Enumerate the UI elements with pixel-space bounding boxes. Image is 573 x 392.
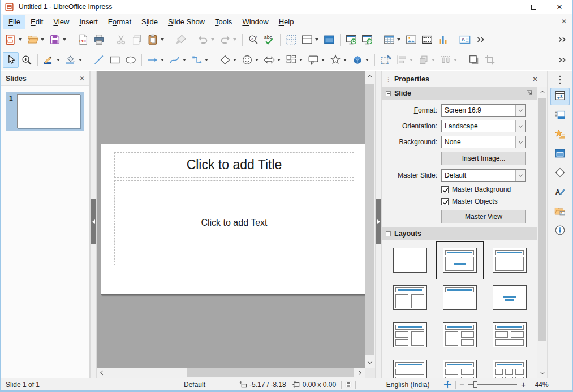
background-select[interactable]: None <box>441 136 526 148</box>
overflow-button[interactable] <box>554 32 570 48</box>
dropdown-arrow-icon[interactable] <box>210 32 216 47</box>
shadow-button[interactable] <box>466 52 482 68</box>
menu-slide-show[interactable]: Slide Show <box>163 15 210 29</box>
properties-scroll-down-arrow[interactable] <box>537 368 548 378</box>
undo-button[interactable] <box>195 32 217 48</box>
properties-close-icon[interactable]: ✕ <box>532 75 538 83</box>
collapse-slide-section-button[interactable] <box>386 91 391 96</box>
slide-thumbnail-selected[interactable]: 1 <box>6 92 84 131</box>
flowchart-button[interactable] <box>283 52 305 68</box>
dropdown-arrow-icon[interactable] <box>320 53 326 67</box>
basic-shapes-button[interactable] <box>217 52 239 68</box>
dropdown-arrow-icon[interactable] <box>430 53 436 67</box>
overflow-button[interactable] <box>554 52 570 68</box>
menu-window[interactable]: Window <box>237 15 273 29</box>
scroll-down-arrow[interactable] <box>365 357 375 368</box>
dropdown-arrow-icon[interactable] <box>18 32 23 47</box>
clone-formatting-button[interactable] <box>173 32 189 48</box>
dropdown-arrow-icon[interactable] <box>62 32 67 47</box>
rotate-button[interactable] <box>378 52 394 68</box>
dropdown-arrow-icon[interactable] <box>40 32 45 47</box>
overflow-button[interactable] <box>473 32 489 48</box>
layout-option-title-content-and-2-content[interactable] <box>435 321 485 348</box>
insert-line-button[interactable] <box>91 52 107 68</box>
format-select[interactable]: Screen 16:9 <box>441 104 526 117</box>
sidebar-tab-properties[interactable] <box>550 88 570 105</box>
canvas-vertical-scrollbar[interactable] <box>365 71 375 368</box>
start-current-slide-button[interactable] <box>359 32 375 48</box>
line-color-button[interactable] <box>41 52 63 68</box>
layout-option-blank-slide[interactable] <box>385 247 435 273</box>
zoom-slider-thumb[interactable] <box>473 381 477 388</box>
format-dropdown-icon[interactable] <box>515 105 525 116</box>
dropdown-arrow-icon[interactable] <box>160 32 165 47</box>
master-view-button[interactable]: Master View <box>441 210 526 223</box>
slide-editing-area[interactable]: Click to add Title Click to add Text <box>101 144 367 295</box>
rectangle-button[interactable] <box>107 52 123 68</box>
master-slide-dropdown-icon[interactable] <box>515 170 525 181</box>
menu-tools[interactable]: Tools <box>210 15 237 29</box>
dropdown-arrow-icon[interactable] <box>77 53 83 67</box>
dropdown-arrow-icon[interactable] <box>232 53 238 67</box>
sidebar-tab-styles[interactable]: A <box>550 184 570 201</box>
menu-help[interactable]: Help <box>274 15 299 29</box>
dropdown-arrow-icon[interactable] <box>232 32 238 47</box>
close-button[interactable]: ✕ <box>546 0 572 14</box>
scroll-right-arrow[interactable] <box>355 368 365 378</box>
layout-option-title-4-content[interactable] <box>435 359 485 378</box>
dropdown-arrow-icon[interactable] <box>314 32 320 47</box>
hide-left-panel-handle[interactable] <box>91 199 96 244</box>
insert-image-button[interactable] <box>403 32 419 48</box>
ellipse-button[interactable] <box>123 52 139 68</box>
insert-chart-button[interactable] <box>435 32 451 48</box>
connectors-button[interactable] <box>189 52 211 68</box>
copy-button[interactable] <box>129 32 145 48</box>
horizontal-scroll-thumb[interactable] <box>187 368 354 377</box>
dropdown-arrow-icon[interactable] <box>204 53 209 67</box>
distribute-button[interactable] <box>438 52 460 68</box>
layout-option-title-content-over-content[interactable] <box>385 359 435 378</box>
sidebar-tab-shapes[interactable] <box>550 165 570 182</box>
layout-option-title-6-content[interactable] <box>485 359 535 378</box>
layout-option-title-only[interactable] <box>435 284 485 311</box>
export-pdf-button[interactable]: PDF <box>75 32 91 48</box>
symbol-shapes-button[interactable] <box>239 52 261 68</box>
orientation-dropdown-icon[interactable] <box>515 120 525 132</box>
cut-button[interactable] <box>113 32 129 48</box>
language-status[interactable]: English (India) <box>381 381 435 389</box>
close-document-icon[interactable]: ✕ <box>561 18 567 25</box>
master-slide-select[interactable]: Default <box>441 169 526 182</box>
print-button[interactable] <box>91 32 107 48</box>
properties-scroll-up-arrow[interactable] <box>537 87 548 97</box>
collapse-layouts-section-button[interactable] <box>386 231 391 236</box>
scroll-left-arrow[interactable] <box>97 368 107 378</box>
dropdown-arrow-icon[interactable] <box>254 53 260 67</box>
layout-option-centered-text[interactable] <box>485 284 535 311</box>
callout-shapes-button[interactable] <box>305 52 328 68</box>
paste-button[interactable] <box>145 32 167 48</box>
master-background-checkbox[interactable] <box>441 186 449 193</box>
dropdown-arrow-icon[interactable] <box>364 53 370 67</box>
insert-table-button[interactable] <box>381 32 403 48</box>
orientation-select[interactable]: Landscape <box>441 120 526 132</box>
block-arrows-button[interactable] <box>261 52 283 68</box>
right-panel-splitter[interactable] <box>375 71 382 378</box>
hide-right-panel-handle[interactable] <box>376 199 381 244</box>
vertical-scroll-thumb[interactable] <box>365 84 374 355</box>
menu-slide[interactable]: Slide <box>136 15 163 29</box>
dropdown-arrow-icon[interactable] <box>182 53 187 67</box>
lines-arrows-button[interactable] <box>145 52 167 68</box>
zoom-pan-button[interactable] <box>19 52 35 68</box>
menu-file[interactable]: File <box>3 15 25 29</box>
dropdown-arrow-icon[interactable] <box>276 53 282 67</box>
find-replace-button[interactable]: ad <box>245 32 261 48</box>
dropdown-arrow-icon[interactable] <box>55 53 61 67</box>
properties-scroll-thumb[interactable] <box>538 98 546 341</box>
start-first-slide-button[interactable] <box>343 32 359 48</box>
minimize-button[interactable] <box>494 0 520 14</box>
slides-panel-close-icon[interactable]: ✕ <box>79 75 85 83</box>
dropdown-arrow-icon[interactable] <box>342 53 348 67</box>
layout-option-title-2-content-and-content[interactable] <box>385 321 435 348</box>
more-options-icon[interactable] <box>526 89 533 98</box>
title-placeholder[interactable]: Click to add Title <box>114 152 354 178</box>
